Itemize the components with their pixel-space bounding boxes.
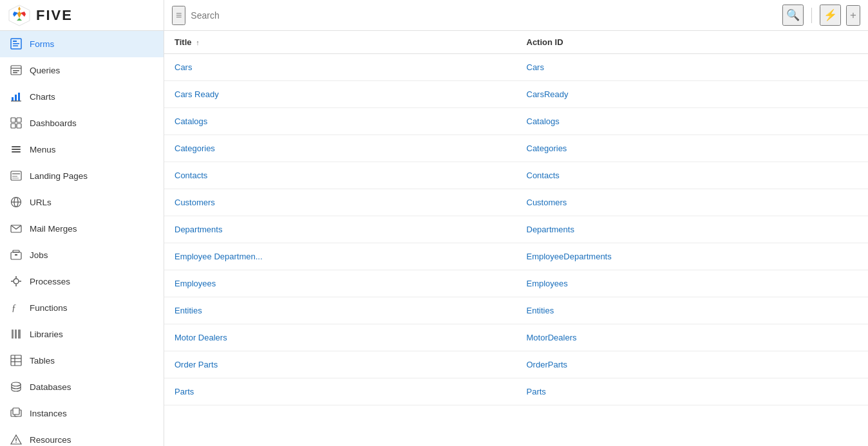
row-7-action-id: EmployeeDepartments (516, 243, 869, 270)
app-logo-text: FIVE (36, 7, 73, 24)
landing-pages-icon (9, 169, 23, 183)
sidebar-item-dashboards-label: Dashboards (30, 118, 155, 128)
row-0-title: Cars (164, 54, 516, 81)
jobs-icon (9, 248, 23, 262)
table-row[interactable]: PartsParts (164, 378, 868, 405)
table-row[interactable]: CategoriesCategories (164, 135, 868, 162)
forms-icon (9, 37, 23, 51)
svg-rect-12 (13, 72, 17, 73)
lightning-button[interactable]: ⚡ (820, 5, 841, 26)
svg-rect-33 (11, 252, 21, 259)
table-row[interactable]: CarsCars (164, 54, 868, 81)
add-button[interactable]: + (846, 5, 860, 26)
add-icon: + (850, 9, 856, 22)
table-row[interactable]: EmployeesEmployees (164, 270, 868, 297)
row-4-action-id: Contacts (516, 162, 869, 189)
sidebar-item-landing-pages-label: Landing Pages (30, 171, 155, 181)
table-row[interactable]: Cars ReadyCarsReady (164, 81, 868, 108)
row-11-title: Order Parts (164, 351, 516, 378)
sidebar-item-mail-merges[interactable]: Mail Merges (0, 216, 164, 242)
sidebar-item-instances[interactable]: Instances (0, 400, 164, 427)
table-row[interactable]: Motor DealersMotorDealers (164, 324, 868, 351)
row-8-title: Employees (164, 270, 516, 297)
row-11-action-id: OrderParts (516, 351, 869, 378)
sidebar: FIVE FormsQueriesChartsDashboardsMenusLa… (0, 0, 164, 446)
svg-marker-4 (17, 18, 22, 21)
sidebar-item-functions-label: Functions (30, 303, 155, 313)
sidebar-item-tables[interactable]: Tables (0, 348, 164, 374)
sidebar-item-forms[interactable]: Forms (0, 31, 164, 57)
sidebar-item-resources-label: Resources (30, 435, 155, 445)
svg-rect-41 (12, 330, 14, 339)
sort-arrow-title: ↑ (196, 39, 200, 46)
sidebar-item-functions[interactable]: ƒFunctions (0, 295, 164, 321)
table-row[interactable]: Employee Departmen...EmployeeDepartments (164, 243, 868, 270)
svg-rect-15 (18, 93, 20, 101)
svg-rect-8 (13, 46, 18, 47)
sidebar-item-databases-label: Databases (30, 382, 155, 392)
sidebar-item-libraries-label: Libraries (30, 330, 155, 339)
row-6-title: Departments (164, 216, 516, 243)
sidebar-item-libraries[interactable]: Libraries (0, 321, 164, 348)
sidebar-item-jobs[interactable]: Jobs (0, 242, 164, 268)
svg-marker-2 (13, 12, 18, 17)
row-10-action-id: MotorDealers (516, 324, 869, 351)
search-icon: 🔍 (786, 8, 800, 22)
table-row[interactable]: CustomersCustomers (164, 189, 868, 216)
sidebar-item-urls[interactable]: URLs (0, 189, 164, 216)
row-9-title: Entities (164, 297, 516, 324)
row-8-action-id: Employees (516, 270, 869, 297)
urls-icon (9, 195, 23, 209)
forms-table: Title ↑ Action ID CarsCarsCars ReadyCars… (164, 31, 868, 405)
sidebar-item-menus[interactable]: Menus (0, 136, 164, 163)
sidebar-item-resources[interactable]: Resources (0, 427, 164, 446)
search-input[interactable] (191, 10, 777, 21)
table-row[interactable]: CatalogsCatalogs (164, 108, 868, 135)
sidebar-item-landing-pages[interactable]: Landing Pages (0, 163, 164, 189)
table-body: CarsCarsCars ReadyCarsReadyCatalogsCatal… (164, 54, 868, 405)
table-row[interactable]: DepartmentsDepartments (164, 216, 868, 243)
sidebar-item-charts[interactable]: Charts (0, 84, 164, 110)
table-row[interactable]: EntitiesEntities (164, 297, 868, 324)
filter-button[interactable]: ≡ (172, 6, 185, 25)
svg-rect-43 (18, 330, 21, 339)
sidebar-item-databases[interactable]: Databases (0, 374, 164, 400)
svg-rect-6 (13, 41, 17, 42)
svg-rect-13 (12, 97, 14, 101)
sidebar-item-mail-merges-label: Mail Merges (30, 224, 155, 234)
row-5-action-id: Customers (516, 189, 869, 216)
sidebar-item-processes[interactable]: Processes (0, 268, 164, 295)
table-header: Title ↑ Action ID (164, 31, 868, 54)
row-1-title: Cars Ready (164, 81, 516, 108)
svg-rect-7 (13, 43, 19, 44)
svg-rect-21 (12, 146, 21, 147)
svg-rect-20 (17, 124, 21, 128)
col-header-title[interactable]: Title ↑ (164, 31, 516, 54)
main-panel: ≡ 🔍 ⚡ + Title ↑ Action I (164, 0, 868, 446)
search-button[interactable]: 🔍 (782, 5, 804, 26)
tables-icon (9, 353, 23, 367)
row-5-title: Customers (164, 189, 516, 216)
sidebar-item-queries[interactable]: Queries (0, 57, 164, 84)
svg-rect-26 (12, 176, 17, 177)
sidebar-item-dashboards[interactable]: Dashboards (0, 110, 164, 136)
svg-point-48 (12, 382, 21, 386)
svg-rect-19 (11, 124, 15, 128)
table-row[interactable]: Order PartsOrderParts (164, 351, 868, 378)
col-header-action-id[interactable]: Action ID (516, 31, 869, 54)
table-row[interactable]: ContactsContacts (164, 162, 868, 189)
svg-rect-23 (12, 151, 21, 153)
sidebar-item-urls-label: URLs (30, 198, 155, 207)
row-3-title: Categories (164, 135, 516, 162)
sidebar-item-menus-label: Menus (30, 145, 155, 154)
row-2-action-id: Catalogs (516, 108, 869, 135)
top-bar: ≡ 🔍 ⚡ + (164, 0, 868, 31)
svg-rect-18 (17, 118, 21, 122)
menus-icon (9, 142, 23, 156)
row-10-title: Motor Dealers (164, 324, 516, 351)
row-2-title: Catalogs (164, 108, 516, 135)
svg-rect-11 (13, 70, 19, 71)
svg-rect-27 (12, 178, 19, 179)
row-1-action-id: CarsReady (516, 81, 869, 108)
svg-rect-34 (15, 254, 17, 256)
